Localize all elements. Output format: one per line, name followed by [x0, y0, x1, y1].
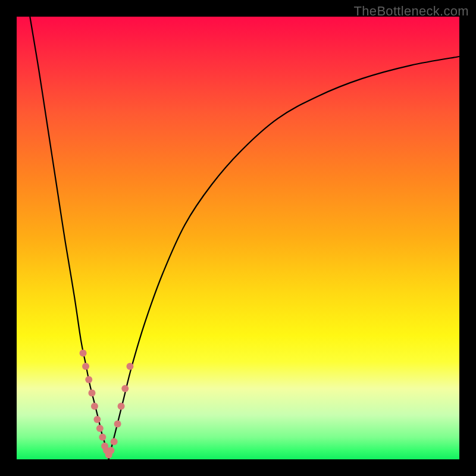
dip-marker — [114, 420, 121, 427]
left-curve — [30, 17, 108, 459]
dip-marker — [80, 349, 87, 356]
plot-area — [17, 17, 459, 459]
dip-marker — [96, 425, 104, 432]
dip-marker — [111, 438, 118, 445]
dip-marker — [118, 403, 125, 410]
dip-marker — [99, 434, 106, 441]
dip-marker — [121, 385, 129, 392]
chart-frame: TheBottleneck.com — [0, 0, 476, 476]
dip-markers — [80, 349, 134, 458]
dip-marker — [91, 403, 98, 410]
dip-marker — [93, 416, 101, 423]
watermark-text: TheBottleneck.com — [354, 4, 469, 19]
right-curve — [109, 57, 459, 459]
dip-marker — [126, 363, 133, 370]
curves-svg — [17, 17, 459, 459]
dip-marker — [85, 376, 92, 383]
dip-marker — [107, 447, 114, 454]
dip-marker — [88, 389, 95, 396]
dip-marker — [82, 363, 89, 370]
